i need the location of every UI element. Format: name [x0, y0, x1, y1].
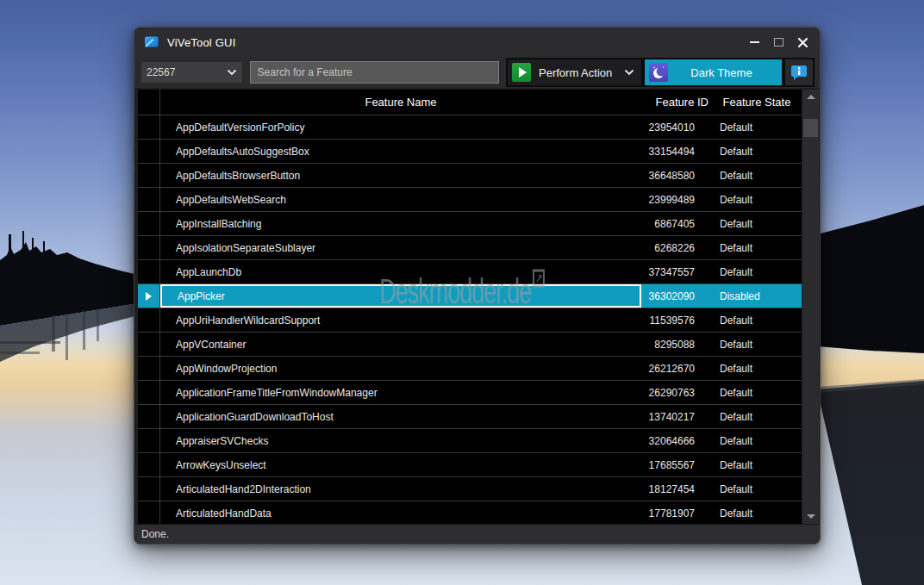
moon-icon — [649, 63, 668, 82]
feature-name-cell[interactable]: ArticulatedHandData — [160, 501, 641, 524]
dark-theme-button[interactable]: Dark Theme — [645, 59, 782, 85]
feature-name-cell[interactable]: ApplicationFrameTitleFromWindowManager — [160, 381, 641, 404]
feature-name-cell[interactable]: AppDefaultVersionForPolicy — [160, 115, 641, 139]
table-row[interactable]: AppLaunchDb 37347557 Default — [138, 260, 802, 284]
feature-state-cell: Default — [712, 314, 802, 327]
row-header-cell[interactable] — [138, 405, 160, 428]
table-row[interactable]: AppDefaultsAutoSuggestBox 33154494 Defau… — [138, 140, 802, 164]
feature-name-cell[interactable]: ArticulatedHand2DInteraction — [160, 477, 641, 501]
row-header-cell[interactable] — [138, 140, 160, 163]
title-bar[interactable]: ViVeTool GUI — [134, 28, 820, 57]
feature-state-cell: Default — [712, 146, 802, 158]
minimize-icon — [750, 41, 759, 43]
row-header-cell[interactable] — [138, 429, 160, 452]
feature-name-cell[interactable]: AppIsolationSeparateSublayer — [160, 236, 641, 259]
row-header-cell[interactable] — [138, 164, 160, 187]
perform-action-button[interactable]: Perform Action — [508, 59, 641, 85]
feature-name-cell[interactable]: AppUriHandlerWildcardSupport — [160, 308, 641, 332]
scroll-down-button[interactable] — [802, 509, 819, 524]
row-header-cell[interactable] — [138, 453, 160, 476]
feature-id-cell: 8295088 — [641, 339, 712, 351]
feature-id-cell: 23999489 — [641, 194, 712, 206]
row-header-cell[interactable] — [138, 212, 160, 235]
feature-grid: Feature Name Feature ID Feature State Ap… — [138, 90, 802, 524]
table-row[interactable]: AppVContainer 8295088 Default — [138, 333, 802, 357]
row-header-cell[interactable] — [138, 381, 160, 404]
table-row[interactable]: AppWindowProjection 26212670 Default — [138, 357, 802, 381]
feature-name-cell[interactable]: ArrowKeysUnselect — [160, 453, 641, 476]
feature-id-cell: 18127454 — [641, 483, 712, 495]
row-header-cell[interactable] — [138, 260, 160, 283]
window-title: ViVeTool GUI — [167, 36, 235, 49]
feature-id-cell: 11539576 — [641, 314, 712, 327]
close-icon — [797, 37, 808, 48]
row-header-column-stub — [138, 90, 160, 115]
table-row[interactable]: AppUriHandlerWildcardSupport 11539576 De… — [138, 308, 802, 333]
table-row[interactable]: ArrowKeysUnselect 17685567 Default — [138, 453, 802, 477]
table-row[interactable]: AppDefaultsBrowserButton 36648580 Defaul… — [138, 164, 802, 188]
scrollbar-thumb[interactable] — [803, 119, 818, 137]
toolbar: 22567 Perform Action — [134, 57, 820, 88]
feature-name-cell[interactable]: AppDefaultsAutoSuggestBox — [160, 140, 641, 163]
feature-id-cell: 17781907 — [641, 507, 712, 520]
vertical-scrollbar[interactable] — [802, 90, 819, 524]
row-header-cell[interactable] — [138, 308, 160, 332]
row-header-cell[interactable] — [138, 236, 160, 259]
row-header-cell[interactable] — [138, 477, 160, 501]
feature-state-cell: Default — [712, 121, 802, 134]
row-header-cell[interactable] — [138, 501, 160, 524]
feature-name-cell[interactable]: AppPicker — [160, 284, 641, 308]
dark-theme-label: Dark Theme — [668, 66, 775, 79]
feature-id-cell: 26290763 — [641, 387, 712, 399]
feature-id-cell: 33154494 — [641, 146, 712, 158]
feature-id-cell: 13740217 — [641, 411, 712, 423]
table-row[interactable]: ArticulatedHandData 17781907 Default — [138, 501, 802, 524]
feature-state-cell: Default — [712, 435, 802, 447]
feature-id-cell: 37347557 — [641, 266, 712, 278]
feature-name-cell[interactable]: AppWindowProjection — [160, 357, 641, 380]
perform-action-label: Perform Action — [539, 66, 612, 79]
table-row[interactable]: ApplicationGuardDownloadToHost 13740217 … — [138, 405, 802, 429]
feature-state-cell: Default — [712, 459, 802, 471]
maximize-button[interactable] — [766, 30, 790, 54]
table-row[interactable]: AppIsolationSeparateSublayer 6268226 Def… — [138, 236, 802, 260]
column-header-feature-state[interactable]: Feature State — [712, 96, 802, 109]
close-button[interactable] — [790, 30, 815, 54]
minimize-button[interactable] — [742, 30, 766, 54]
feature-state-cell: Default — [712, 507, 802, 520]
row-header-cell[interactable] — [138, 115, 160, 139]
feature-state-cell: Default — [712, 363, 802, 375]
row-header-cell[interactable] — [138, 357, 160, 380]
search-input[interactable] — [250, 61, 499, 84]
feature-name-cell[interactable]: AppDefaultsWebSearch — [160, 188, 641, 211]
build-number-dropdown[interactable]: 22567 — [140, 61, 243, 84]
scroll-up-button[interactable] — [802, 90, 819, 104]
table-row[interactable]: AppraiserSVChecks 32064666 Default — [138, 429, 802, 453]
feature-id-cell: 36302090 — [641, 290, 712, 302]
table-row[interactable]: AppInstallBatching 6867405 Default — [138, 212, 802, 236]
row-header-cell[interactable] — [138, 284, 160, 308]
column-header-feature-name[interactable]: Feature Name — [160, 90, 641, 115]
feature-id-cell: 23954010 — [641, 121, 712, 134]
table-row[interactable]: ArticulatedHand2DInteraction 18127454 De… — [138, 477, 802, 501]
row-header-cell[interactable] — [138, 188, 160, 211]
table-row[interactable]: AppDefaultsWebSearch 23999489 Default — [138, 188, 802, 212]
feature-name-cell[interactable]: AppDefaultsBrowserButton — [160, 164, 641, 187]
table-row[interactable]: AppPicker 36302090 Disabled — [138, 284, 802, 308]
feature-id-cell: 17685567 — [641, 459, 712, 471]
table-row[interactable]: ApplicationFrameTitleFromWindowManager 2… — [138, 381, 802, 405]
feature-name-cell[interactable]: AppInstallBatching — [160, 212, 641, 235]
maximize-icon — [774, 38, 784, 47]
about-button[interactable] — [785, 59, 813, 85]
column-header-feature-id[interactable]: Feature ID — [641, 96, 712, 109]
table-row[interactable]: AppDefaultVersionForPolicy 23954010 Defa… — [138, 115, 802, 140]
selected-row-arrow-icon — [146, 292, 152, 301]
info-icon — [790, 65, 808, 81]
table-area: Feature Name Feature ID Feature State Ap… — [134, 88, 820, 524]
chevron-down-icon — [624, 69, 634, 76]
row-header-cell[interactable] — [138, 333, 160, 356]
feature-name-cell[interactable]: ApplicationGuardDownloadToHost — [160, 405, 641, 428]
feature-name-cell[interactable]: AppLaunchDb — [160, 260, 641, 283]
feature-name-cell[interactable]: AppraiserSVChecks — [160, 429, 641, 452]
feature-name-cell[interactable]: AppVContainer — [160, 333, 641, 356]
